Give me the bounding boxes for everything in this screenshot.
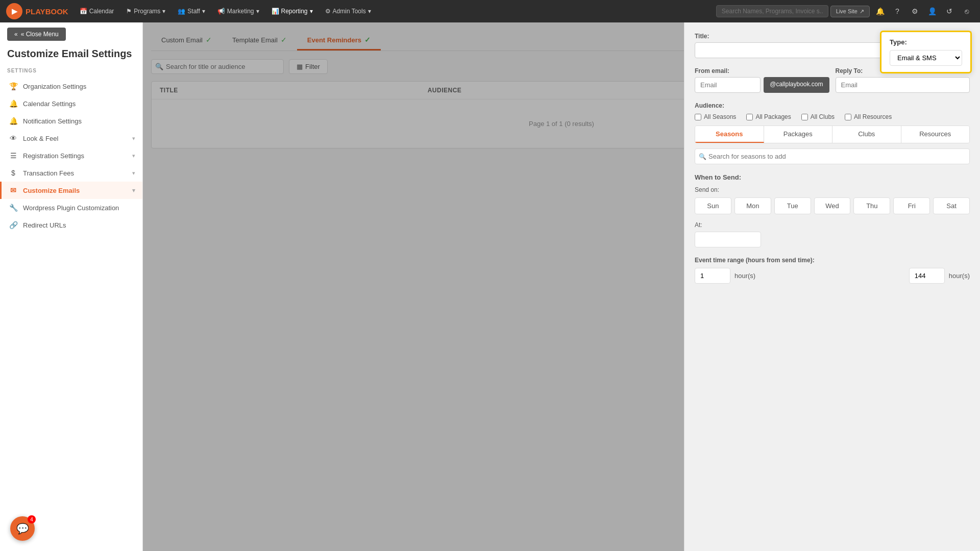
nav-marketing[interactable]: 📢 Marketing ▾ bbox=[212, 6, 264, 17]
reporting-icon: 📊 bbox=[272, 8, 279, 15]
eye-icon: 👁 bbox=[9, 134, 18, 142]
history-button[interactable]: ↺ bbox=[942, 4, 957, 18]
chevron-down-icon: ▾ bbox=[368, 8, 371, 15]
chevron-down-icon: ▾ bbox=[310, 8, 313, 15]
day-sun-button[interactable]: Sun bbox=[695, 197, 731, 214]
sidebar-item-organization-settings[interactable]: 🏆 Organization Settings bbox=[0, 78, 142, 95]
sidebar: « « Close Menu Customize Email Settings … bbox=[0, 22, 143, 551]
chevron-down-icon: ▾ bbox=[162, 8, 165, 15]
audience-search-input[interactable] bbox=[695, 148, 970, 164]
event-time-range-section: Event time range (hours from send time):… bbox=[695, 257, 970, 284]
chevron-down-icon: ▾ bbox=[256, 8, 259, 15]
from-email-label: From email: bbox=[695, 67, 829, 74]
day-wed-button[interactable]: Wed bbox=[814, 197, 851, 214]
plugin-icon: 🔧 bbox=[9, 204, 18, 212]
audience-tab-clubs[interactable]: Clubs bbox=[832, 126, 901, 143]
at-domain-button[interactable]: @callplaybook.com bbox=[764, 77, 829, 93]
user-profile-button[interactable]: 👤 bbox=[925, 4, 939, 18]
all-clubs-checkbox[interactable] bbox=[801, 114, 808, 120]
external-link-icon: ↗ bbox=[860, 8, 864, 15]
sidebar-item-calendar-settings[interactable]: 🔔 Calendar Settings bbox=[0, 95, 142, 112]
nav-staff[interactable]: 👥 Staff ▾ bbox=[173, 6, 210, 17]
audience-tab-packages[interactable]: Packages bbox=[764, 126, 833, 143]
page-title: Customize Email Settings bbox=[0, 48, 142, 68]
day-thu-button[interactable]: Thu bbox=[853, 197, 890, 214]
list-icon: ☰ bbox=[9, 152, 18, 160]
bell-icon: 🔔 bbox=[9, 99, 18, 108]
hour-label-min: hour(s) bbox=[734, 272, 755, 280]
day-buttons: Sun Mon Tue Wed Thu Fri Sat bbox=[695, 197, 970, 214]
chevron-down-icon: ▾ bbox=[132, 135, 135, 142]
marketing-icon: 📢 bbox=[217, 8, 225, 15]
app-body: « « Close Menu Customize Email Settings … bbox=[0, 22, 980, 551]
day-mon-button[interactable]: Mon bbox=[734, 197, 771, 214]
close-menu-button[interactable]: « « Close Menu bbox=[7, 28, 66, 41]
audience-tab-seasons[interactable]: Seasons bbox=[695, 126, 764, 143]
event-range-max-input[interactable] bbox=[909, 268, 945, 284]
event-range-row: hour(s) hour(s) bbox=[695, 268, 970, 284]
sidebar-item-notification-settings[interactable]: 🔔 Notification Settings bbox=[0, 112, 142, 130]
sidebar-item-registration-settings[interactable]: ☰ Registration Settings ▾ bbox=[0, 147, 142, 164]
at-time-input[interactable] bbox=[695, 232, 761, 247]
audience-tab-resources[interactable]: Resources bbox=[901, 126, 970, 143]
day-sat-button[interactable]: Sat bbox=[933, 197, 970, 214]
event-range-min-input[interactable] bbox=[695, 268, 730, 284]
audience-tabs: Seasons Packages Clubs Resources bbox=[695, 126, 970, 143]
at-label: At: bbox=[695, 221, 970, 229]
type-dropdown-box: Type: Email & SMS Email Only SMS Only bbox=[880, 31, 972, 73]
all-clubs-checkbox-label[interactable]: All Clubs bbox=[801, 113, 835, 120]
logout-button[interactable]: ⎋ bbox=[960, 4, 974, 18]
audience-label: Audience: bbox=[695, 102, 970, 109]
nav-programs[interactable]: ⚑ Programs ▾ bbox=[121, 6, 170, 17]
logo-text: PLAYBOOK bbox=[26, 7, 68, 16]
chat-bubble-button[interactable]: 💬 4 bbox=[10, 516, 35, 541]
chevron-down-icon: ▾ bbox=[132, 170, 135, 177]
all-packages-checkbox-label[interactable]: All Packages bbox=[746, 113, 791, 120]
dollar-icon: $ bbox=[9, 169, 18, 177]
send-on-label: Send on: bbox=[695, 186, 970, 193]
nav-reporting[interactable]: 📊 Reporting ▾ bbox=[266, 6, 318, 17]
event-reminder-form-panel: ✕ Title: From email: @callplaybook.com R… bbox=[684, 22, 980, 551]
global-search-input[interactable] bbox=[716, 5, 828, 17]
reply-to-input[interactable] bbox=[836, 77, 970, 93]
from-email-section: From email: @callplaybook.com bbox=[695, 67, 829, 93]
calendar-icon: 📅 bbox=[80, 8, 87, 15]
all-seasons-checkbox-label[interactable]: All Seasons bbox=[695, 113, 736, 120]
type-select[interactable]: Email & SMS Email Only SMS Only bbox=[890, 50, 962, 66]
sidebar-item-customize-emails[interactable]: ✉ Customize Emails ▾ bbox=[0, 182, 142, 199]
nav-admin-tools[interactable]: ⚙ Admin Tools ▾ bbox=[320, 6, 376, 17]
all-resources-checkbox-label[interactable]: All Resources bbox=[845, 113, 892, 120]
sidebar-item-look-feel[interactable]: 👁 Look & Feel ▾ bbox=[0, 130, 142, 147]
main-content: Custom Email ✓ Template Email ✓ Event Re… bbox=[143, 22, 980, 551]
all-seasons-checkbox[interactable] bbox=[695, 114, 701, 120]
bell-icon: 🔔 bbox=[9, 117, 18, 125]
app-logo[interactable]: ▶ PLAYBOOK bbox=[6, 3, 68, 19]
close-menu-icon: « bbox=[14, 31, 18, 38]
chat-badge: 4 bbox=[28, 515, 36, 523]
notifications-button[interactable]: 🔔 bbox=[873, 4, 887, 18]
help-button[interactable]: ? bbox=[890, 4, 904, 18]
all-resources-checkbox[interactable] bbox=[845, 114, 851, 120]
sidebar-item-wordpress-plugin[interactable]: 🔧 Wordpress Plugin Customization bbox=[0, 199, 142, 216]
settings-button[interactable]: ⚙ bbox=[908, 4, 922, 18]
day-tue-button[interactable]: Tue bbox=[774, 197, 811, 214]
event-range-label: Event time range (hours from send time): bbox=[695, 257, 970, 264]
link-icon: 🔗 bbox=[9, 221, 18, 229]
settings-section-label: SETTINGS bbox=[0, 68, 142, 78]
audience-checkboxes: All Seasons All Packages All Clubs All R… bbox=[695, 113, 970, 120]
sidebar-item-redirect-urls[interactable]: 🔗 Redirect URLs bbox=[0, 216, 142, 234]
live-site-button[interactable]: Live Site ↗ bbox=[830, 6, 870, 17]
day-fri-button[interactable]: Fri bbox=[893, 197, 930, 214]
from-email-input[interactable] bbox=[695, 77, 761, 93]
chevron-down-icon: ▾ bbox=[132, 187, 135, 194]
admin-tools-icon: ⚙ bbox=[325, 8, 331, 15]
chevron-down-icon: ▾ bbox=[202, 8, 205, 15]
sidebar-item-transaction-fees[interactable]: $ Transaction Fees ▾ bbox=[0, 164, 142, 182]
email-icon: ✉ bbox=[9, 186, 18, 194]
when-to-send-label: When to Send: bbox=[695, 173, 970, 181]
nav-calendar[interactable]: 📅 Calendar bbox=[75, 6, 119, 17]
trophy-icon: 🏆 bbox=[9, 82, 18, 90]
logo-icon: ▶ bbox=[6, 3, 22, 19]
all-packages-checkbox[interactable] bbox=[746, 114, 753, 120]
audience-section: Audience: All Seasons All Packages All C… bbox=[695, 102, 970, 164]
